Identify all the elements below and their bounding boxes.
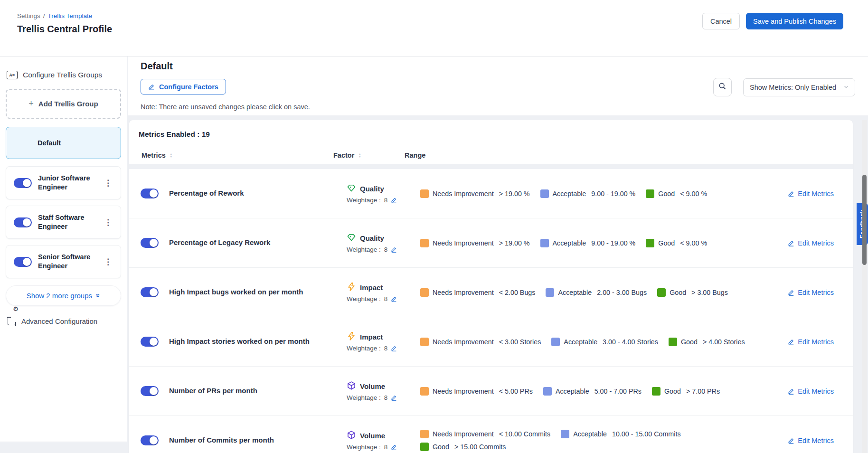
range-color-swatch [652,387,660,396]
weightage-value: 8 [384,394,388,401]
group-enabled-toggle[interactable] [14,217,32,227]
edit-metrics-label: Edit Metrics [798,437,834,444]
range-item: Acceptable 2.00 - 3.00 Bugs [546,288,647,297]
range-color-swatch [546,288,554,297]
show-metrics-dropdown[interactable]: Show Metrics: Only Enabled [743,78,855,96]
impact-icon [347,282,356,293]
range-label: Acceptable [564,338,597,346]
weightage-label: Weightage : [347,394,381,401]
range-value: > 15.00 Commits [454,443,506,451]
edit-weightage-icon[interactable] [391,444,397,450]
edit-metrics-label: Edit Metrics [798,239,834,247]
weightage-label: Weightage : [347,345,381,352]
plus-icon: + [28,99,34,109]
metrics-table-card: Metrics Enabled : 19 Metrics ▲▼ Factor ▲… [129,120,853,453]
breadcrumb-trellis-template[interactable]: Trellis Template [48,12,93,19]
edit-metrics-pencil-icon [788,437,794,444]
edit-metrics-pencil-icon [788,339,794,345]
metric-name: High Impact bugs worked on per month [169,287,347,297]
advanced-configuration-link[interactable]: ⚙ Advanced Configuration [8,317,127,325]
add-trellis-group-label: Add Trellis Group [38,100,98,108]
sort-icon[interactable]: ▲▼ [170,153,173,158]
edit-metrics-pencil-icon [788,388,794,395]
range-item: Needs Improvement > 19.00 % [420,239,530,247]
metric-enabled-toggle[interactable] [141,337,159,347]
range-cell: Needs Improvement > 19.00 % Acceptable 9… [420,189,762,198]
factor-name: Impact [360,333,383,341]
configure-factors-button[interactable]: Configure Factors [141,79,226,94]
range-cell: Needs Improvement < 5.00 PRs Acceptable … [420,387,762,396]
range-color-swatch [646,189,654,198]
group-label: Senior Software Engineer [38,253,97,271]
edit-weightage-icon[interactable] [391,246,397,253]
factor-cell: Quality Weightage : 8 [347,183,420,204]
edit-metrics-link[interactable]: Edit Metrics [788,289,834,296]
edit-metrics-link[interactable]: Edit Metrics [788,387,834,395]
edit-metrics-link[interactable]: Edit Metrics [788,239,834,247]
kebab-menu-icon[interactable]: ⋮ [101,256,115,268]
page-title: Trellis Central Profile [17,24,112,35]
search-button[interactable] [713,78,732,96]
kebab-menu-icon[interactable]: ⋮ [101,177,115,189]
cancel-button[interactable]: Cancel [702,13,740,29]
range-color-swatch [657,288,666,297]
add-trellis-group-button[interactable]: + Add Trellis Group [6,89,121,119]
group-enabled-toggle[interactable] [14,257,32,267]
metric-toggle-cell [141,287,169,297]
metric-name: Percentage of Legacy Rework [169,238,347,247]
save-and-publish-button[interactable]: Save and Publish Changes [746,13,843,29]
kebab-menu-icon[interactable]: ⋮ [101,217,115,228]
range-item: Needs Improvement < 3.00 Stories [420,338,541,346]
metrics-column-label: Metrics [142,151,166,159]
table-controls: Show Metrics: Only Enabled [713,78,855,96]
sidebar-item-default[interactable]: Default [6,127,121,159]
sidebar-group-card[interactable]: Staff Software Engineer ⋮ [6,206,121,239]
edit-weightage-icon[interactable] [391,197,397,203]
breadcrumb-settings[interactable]: Settings [17,12,40,19]
toggle-knob [150,387,158,395]
sidebar-group-card[interactable]: Senior Software Engineer ⋮ [6,245,121,278]
edit-weightage-icon[interactable] [391,395,397,401]
metric-row: Percentage of Rework Quality Weightage :… [129,169,853,218]
range-color-swatch [420,288,429,297]
breadcrumb: Settings / Trellis Template [17,12,92,19]
metric-row: High Impact bugs worked on per month Imp… [129,268,853,317]
metric-name: Number of Commits per month [169,435,347,445]
range-color-swatch [420,387,429,396]
range-cell: Needs Improvement < 10.00 Commits Accept… [420,430,762,451]
column-header-metrics[interactable]: Metrics ▲▼ [142,151,333,159]
metric-enabled-toggle[interactable] [141,386,159,396]
edit-weightage-icon[interactable] [391,345,397,351]
toggle-knob [150,436,158,444]
factor-cell: Impact Weightage : 8 [347,331,420,352]
scrollbar-track[interactable] [862,120,867,453]
edit-metrics-link[interactable]: Edit Metrics [788,338,834,346]
sidebar-group-card[interactable]: Junior Software Engineer ⋮ [6,166,121,199]
group-enabled-toggle[interactable] [14,178,32,188]
header-divider [129,164,853,169]
default-group-label: Default [38,139,61,147]
volume-icon [347,381,356,392]
range-item: Acceptable 9.00 - 19.00 % [540,239,636,247]
range-item: Good > 15.00 Commits [420,443,506,451]
metric-toggle-cell [141,386,169,396]
sort-icon[interactable]: ▲▼ [358,153,361,158]
metric-enabled-toggle[interactable] [141,435,159,445]
range-label: Good [681,338,698,346]
range-color-swatch [540,239,549,247]
scrollbar-thumb[interactable] [862,175,867,265]
range-label: Acceptable [573,430,607,438]
toggle-knob [23,179,31,187]
metric-enabled-toggle[interactable] [141,287,159,297]
edit-weightage-icon[interactable] [391,296,397,302]
show-more-groups-button[interactable]: Show 2 more groups » [6,285,121,306]
metric-enabled-toggle[interactable] [141,238,159,248]
range-label: Needs Improvement [433,190,494,198]
metric-enabled-toggle[interactable] [141,189,159,198]
range-color-swatch [420,338,429,346]
trellis-groups-icon: A= [7,71,18,79]
edit-metrics-link[interactable]: Edit Metrics [788,437,834,444]
group-label: Junior Software Engineer [38,174,97,192]
edit-metrics-link[interactable]: Edit Metrics [788,190,834,198]
column-header-factor[interactable]: Factor ▲▼ [333,151,405,159]
